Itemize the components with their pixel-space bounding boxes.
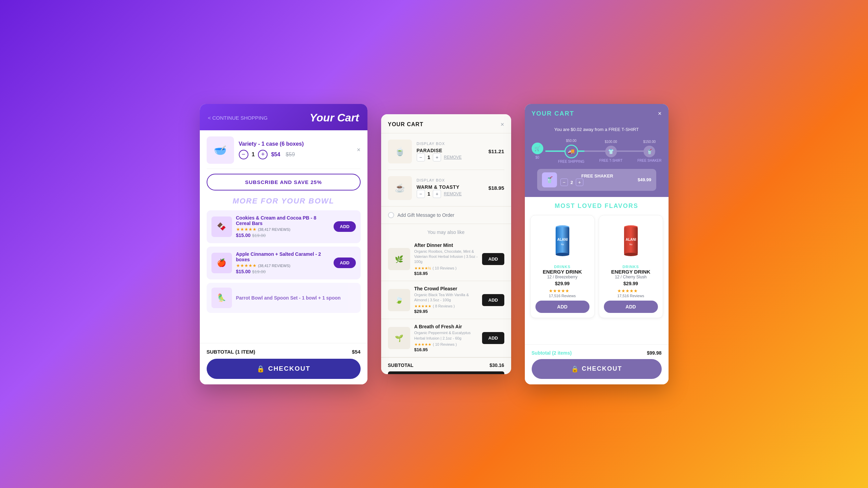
progress-milestones: 🛒 $0 $50.00 🚚 FREE SHIPPING $100.00 👕 FR… — [532, 139, 662, 163]
paradise-plus-btn[interactable]: + — [433, 153, 441, 161]
paradise-qty-row: − 1 + REMOVE — [417, 153, 484, 161]
flavor-add-btn-2[interactable]: ADD — [604, 301, 658, 313]
upsell-stars-2: ★★★★★ (38,417 REVIEWS) — [236, 262, 330, 268]
qty-plus-btn[interactable]: + — [258, 150, 268, 159]
subscribe-save-button[interactable]: SUBSCRIBE AND SAVE 25% — [207, 174, 361, 190]
remove-item-btn[interactable]: × — [357, 146, 361, 154]
flavor-price-2: $29.99 — [623, 281, 638, 286]
gift-label: Add Gift Message to Order — [398, 212, 455, 218]
variety-item-name: Variety - 1 case (6 boxes) — [239, 141, 352, 147]
flavor-img-2: ALANI Nu — [616, 220, 646, 261]
shaker-info: FREE SHAKER − 2 + — [560, 173, 634, 186]
paradise-qty: 1 — [428, 155, 430, 160]
sug-price-1: $18.95 — [414, 271, 478, 276]
milestone-150: $150.00 🥤 FREE SHAKER — [637, 140, 662, 162]
upsell-add-btn-1[interactable]: ADD — [334, 221, 355, 232]
suggestion-crowd-pleaser: 🍃 The Crowd Pleaser Organic Black Tea Wi… — [381, 281, 511, 319]
paradise-minus-btn[interactable]: − — [417, 153, 425, 161]
upsell-name-1: Cookies & Cream and Cocoa PB - 8 Cereal … — [236, 215, 330, 226]
shaker-plus-btn[interactable]: + — [576, 179, 583, 186]
checkout-label-3: CHECKOUT — [582, 365, 622, 372]
svg-text:ALANI: ALANI — [557, 238, 568, 241]
sug-info-3: A Breath of Fresh Air Organic Peppermint… — [414, 324, 478, 352]
warm-toasty-price: $18.95 — [489, 185, 504, 191]
flavor-add-btn-1[interactable]: ADD — [535, 301, 590, 313]
paradise-info: DISPLAY BOX PARADISE − 1 + REMOVE — [417, 142, 484, 161]
svg-text:Nu: Nu — [629, 243, 632, 246]
shaker-thumb-img: 🥤 — [542, 172, 557, 187]
tea-item-warm-toasty: ☕ DISPLAY BOX WARM & TOASTY − 1 + REMOVE… — [388, 170, 504, 206]
svg-text:ALANI: ALANI — [625, 238, 636, 241]
sug-add-btn-3[interactable]: ADD — [482, 332, 504, 344]
cart-item-variety: 🥣 Variety - 1 case (6 boxes) − 1 + $54 $… — [207, 136, 361, 169]
sug-name-2: The Crowd Pleaser — [414, 286, 478, 291]
item-price: $54 — [271, 151, 280, 158]
milestone-label-50-top: $50.00 — [566, 139, 576, 143]
checkout-button-2[interactable]: CHECKOUT > — [388, 371, 504, 374]
cart-panel-2: YOUR CART × 🍵 DISPLAY BOX PARADISE − 1 +… — [381, 114, 511, 374]
milestone-label-150-top: $150.00 — [643, 140, 656, 144]
subtotal-row-1: SUBTOTAL (1 ITEM) $54 — [207, 349, 361, 355]
shaker-qty-row: − 2 + — [560, 179, 634, 186]
checkout-button-1[interactable]: 🔒 CHECKOUT — [207, 359, 361, 379]
panel2-close-btn[interactable]: × — [501, 121, 504, 128]
progress-banner: You are $0.02 away from a FREE T-SHIRT 🛒… — [525, 123, 669, 197]
flavor-price-1: $29.99 — [555, 281, 570, 286]
shaker-minus-btn[interactable]: − — [560, 179, 568, 186]
sug-info-1: After Dinner Mint Organic Rooibos, Choco… — [414, 242, 478, 276]
upsell-name-2: Apple Cinnamon + Salted Caramel - 2 boxe… — [236, 251, 330, 262]
sug-name-1: After Dinner Mint — [414, 242, 478, 248]
paradise-name: PARADISE — [417, 148, 484, 153]
milestone-0: 🛒 $0 — [532, 143, 543, 159]
warm-toasty-sub: DISPLAY BOX — [417, 178, 484, 182]
milestone-icon-50: 🚚 — [565, 145, 578, 158]
svg-text:Nu: Nu — [561, 243, 564, 246]
sug-add-btn-1[interactable]: ADD — [482, 253, 504, 265]
milestone-label-100-top: $100.00 — [605, 140, 617, 144]
panel2-items: 🍵 DISPLAY BOX PARADISE − 1 + REMOVE $11.… — [381, 133, 511, 207]
flavor-rating-1: ★★★★★ 17,516 Reviews — [549, 288, 575, 298]
milestone-amount-50: FREE SHIPPING — [558, 160, 584, 163]
flavor-variant-1: 12 / Breezeberry — [547, 275, 578, 279]
upsell-add-btn-2[interactable]: ADD — [334, 258, 355, 268]
panel3-header: YOUR CART × — [525, 104, 669, 123]
sug-img-1: 🌿 — [388, 248, 410, 270]
flavor-name-1: ENERGY DRINK — [543, 269, 582, 275]
svg-point-7 — [624, 253, 638, 256]
panel1-footer: SUBTOTAL (1 ITEM) $54 🔒 CHECKOUT — [200, 343, 367, 384]
milestone-icon-100: 👕 — [605, 146, 617, 157]
flavor-variant-2: 12 / Cherry Slush — [615, 275, 647, 279]
flavor-category-1: DRINKS — [554, 265, 570, 269]
cart-panel-3: YOUR CART × You are $0.02 away from a FR… — [525, 104, 669, 384]
gift-radio-btn[interactable] — [388, 212, 394, 218]
upsell-stars-1: ★★★★★ (38,417 REVIEWS) — [236, 226, 330, 232]
milestone-50: $50.00 🚚 FREE SHIPPING — [558, 139, 584, 163]
sug-name-3: A Breath of Fresh Air — [414, 324, 478, 329]
shaker-price: $49.99 — [638, 177, 651, 182]
subtotal-label-3: Subtotal (2 items) — [532, 350, 572, 356]
suggestion-fresh-air: 🌱 A Breath of Fresh Air Organic Peppermi… — [381, 319, 511, 357]
checkout-button-3[interactable]: 🔒 CHECKOUT — [532, 359, 662, 379]
progress-text: You are $0.02 away from a FREE T-SHIRT — [532, 127, 662, 132]
upsell-price-2: $15.00 $19.00 — [236, 268, 330, 275]
warm-toasty-minus-btn[interactable]: − — [417, 190, 425, 198]
sug-add-btn-2[interactable]: ADD — [482, 294, 504, 306]
panel2-footer: SUBTOTAL $30.16 CHECKOUT > — [381, 357, 511, 374]
warm-toasty-info: DISPLAY BOX WARM & TOASTY − 1 + REMOVE — [417, 178, 484, 198]
continue-shopping-link[interactable]: < CONTINUE SHOPPING — [208, 115, 268, 121]
paradise-remove-btn[interactable]: REMOVE — [444, 155, 462, 160]
paradise-sub: DISPLAY BOX — [417, 142, 484, 146]
upsell-img-3: 🦜 — [211, 288, 232, 308]
warm-toasty-plus-btn[interactable]: + — [433, 190, 441, 198]
flavor-reviews-1: 17,516 Reviews — [549, 294, 575, 298]
warm-toasty-remove-btn[interactable]: REMOVE — [444, 192, 462, 196]
warm-toasty-qty-row: − 1 + REMOVE — [417, 190, 484, 198]
milestone-amount-0: $0 — [535, 156, 539, 159]
flavor-grid: ALANI Nu DRINKS ENERGY DRINK 12 / Breeze… — [530, 215, 663, 318]
svg-point-2 — [556, 253, 569, 256]
panel3-close-btn[interactable]: × — [658, 110, 662, 117]
paradise-price: $11.21 — [489, 148, 504, 154]
subtotal-label-2: SUBTOTAL — [388, 362, 414, 368]
qty-minus-btn[interactable]: − — [239, 150, 248, 159]
warm-toasty-img: ☕ — [388, 176, 412, 200]
